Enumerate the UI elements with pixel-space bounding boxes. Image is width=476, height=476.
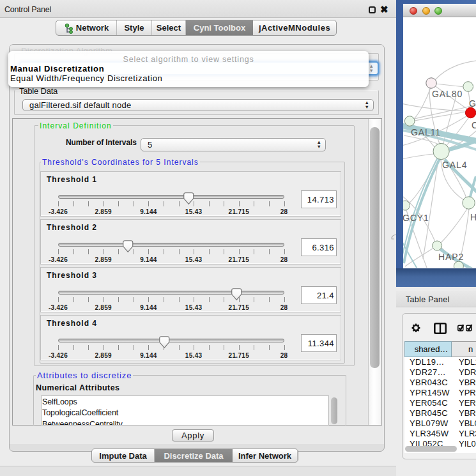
svg-text:GAL4: GAL4 xyxy=(442,160,467,170)
svg-text:GCY1: GCY1 xyxy=(403,213,429,223)
svg-text:GAL11: GAL11 xyxy=(411,127,441,137)
svg-text:HAP2: HAP2 xyxy=(438,252,464,262)
svg-text:CY: CY xyxy=(472,120,476,130)
svg-text:GAL80: GAL80 xyxy=(432,89,463,99)
svg-text:GA: GA xyxy=(469,98,476,109)
svg-text:HA: HA xyxy=(470,212,476,222)
